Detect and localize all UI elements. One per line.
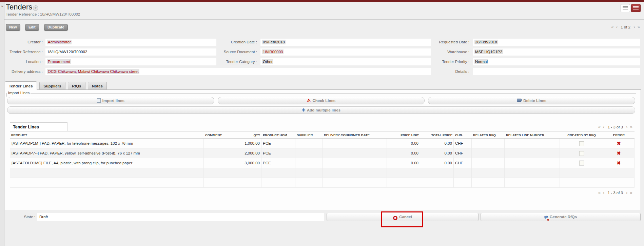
column-header-comment[interactable]: COMMENT — [204, 132, 234, 138]
generate-rfqs-button[interactable]: ⇄Generate RfQs — [481, 213, 641, 221]
subtitle-label: Tender Reference : — [6, 12, 39, 16]
pager-last-button[interactable]: » — [638, 24, 640, 29]
cell-error: ✖ — [603, 139, 635, 148]
cell-delivery-confirmed-date — [323, 139, 387, 148]
cell-product: [ASTAPADP1M-] PAD, PAPER, for telephone … — [10, 139, 204, 148]
warehouse-label: Warehouse : — [433, 48, 469, 56]
tab-rfqs[interactable]: RfQs — [68, 82, 85, 90]
delete-lines-button[interactable]: Delete Lines — [428, 97, 635, 104]
table-row[interactable]: [ASTAPADP1M-] PAD, PAPER, for telephone … — [10, 139, 635, 148]
cell-comment — [204, 158, 234, 168]
column-header-supplier[interactable]: SUPPLIER — [295, 132, 323, 138]
column-header-currency[interactable]: CUR. — [454, 132, 472, 138]
list-view-button[interactable] — [621, 4, 630, 12]
pager-next-button[interactable]: › — [626, 190, 627, 195]
check-lines-button[interactable]: ⚠Check Lines — [218, 97, 425, 104]
column-header-product[interactable]: PRODUCT — [10, 132, 204, 138]
pager-position: 1 - 3 of 3 — [608, 191, 623, 195]
tender-priority-label: Tender Priority : — [433, 58, 469, 65]
minus-icon — [517, 99, 522, 102]
cell-product-uom: PCE — [261, 139, 295, 148]
pager-prev-button[interactable]: ‹ — [616, 24, 618, 29]
cell-related-rfq — [472, 139, 505, 148]
cell-price-unit: 0.00 — [387, 148, 420, 158]
pager-next-button[interactable]: › — [633, 24, 635, 29]
cell-related-rfq — [472, 148, 505, 158]
column-header-error[interactable]: ERROR — [603, 132, 635, 138]
list-view-icon — [623, 6, 628, 10]
created-by-rfq-checkbox[interactable] — [579, 141, 584, 146]
tab-suppliers[interactable]: Suppliers — [39, 82, 65, 90]
column-header-qty[interactable]: QTY — [234, 132, 261, 138]
pager-first-button[interactable]: « — [611, 24, 613, 29]
error-icon: ✖ — [617, 160, 621, 166]
column-header-price-unit[interactable]: PRICE UNIT — [387, 132, 420, 138]
pager-position: 1 of 2 — [621, 25, 630, 29]
pager-first-button[interactable]: « — [598, 124, 601, 129]
table-empty-row — [10, 178, 635, 188]
details-label: Details : — [433, 68, 469, 75]
cell-product: [ASTAFOLD1MC] FILE, A4, plastic, with pr… — [10, 158, 204, 168]
pager-next-button[interactable]: › — [626, 124, 627, 129]
plus-icon: ✚ — [302, 108, 305, 112]
tab-notes[interactable]: Notes — [88, 82, 107, 90]
delivery-address-label: Delivery address : — [5, 68, 43, 75]
cell-supplier — [295, 148, 323, 158]
generate-rfqs-icon: ⇄ — [544, 213, 548, 221]
table-row[interactable]: [ASTAFOLD1MC] FILE, A4, plastic, with pr… — [10, 158, 635, 168]
sidebar-expand-icon[interactable]: » — [0, 4, 4, 8]
cell-comment — [204, 148, 234, 158]
column-header-related-line-number[interactable]: RELATED LINE NUMBER — [505, 132, 560, 138]
pager-prev-button[interactable]: ‹ — [603, 190, 604, 195]
source-document-value[interactable]: 18/IR00003 — [260, 48, 431, 56]
table-pager-top: « ‹ 1 - 3 of 3 › » — [598, 124, 633, 129]
cell-error: ✖ — [603, 148, 635, 158]
delivery-address-value[interactable]: OCG-Chikwawa, Malawi Chikwawa Chikwawa s… — [45, 68, 431, 75]
cell-related-line-number — [505, 158, 560, 168]
cell-related-line-number — [505, 148, 560, 158]
state-label: State : — [5, 213, 35, 221]
created-by-rfq-checkbox[interactable] — [579, 161, 584, 166]
cell-total-price: 0.00 — [420, 158, 454, 168]
cell-related-rfq — [472, 158, 505, 168]
cancel-button[interactable]: ✖Cancel — [327, 213, 479, 221]
created-by-rfq-checkbox[interactable] — [579, 151, 584, 156]
form-view-button[interactable] — [631, 4, 641, 12]
column-header-total-price[interactable]: TOTAL PRICE — [420, 132, 454, 138]
help-icon[interactable]: ? — [33, 5, 38, 11]
creator-label: Creator : — [5, 39, 43, 46]
table-row[interactable]: [ASTAPADP7--] PAD, PAPER, yellow, self-a… — [10, 148, 635, 158]
cell-error: ✖ — [603, 158, 635, 168]
column-header-product-uom[interactable]: PRODUCT UOM — [261, 132, 295, 138]
new-button[interactable]: New — [6, 24, 20, 31]
cell-supplier — [295, 158, 323, 168]
add-multiple-lines-button[interactable]: ✚Add multiple lines — [7, 106, 635, 114]
cell-currency: CHF — [454, 158, 472, 168]
location-value[interactable]: Procurement — [45, 58, 216, 65]
pager-prev-button[interactable]: ‹ — [603, 124, 604, 129]
column-header-delivery-confirmed-date[interactable]: DELIVERY CONFIRMED DATE — [323, 132, 387, 138]
cell-qty: 3,000.00 — [234, 158, 261, 168]
column-header-created-by-rfq[interactable]: CREATED BY RFQ — [560, 132, 603, 138]
column-header-related-rfq[interactable]: RELATED RFQ — [472, 132, 505, 138]
import-lines-button[interactable]: Import lines — [7, 97, 214, 104]
tab-tender-lines[interactable]: Tender Lines — [5, 81, 37, 90]
tender-lines-table: Tender Lines « ‹ 1 - 3 of 3 › » PRODUCT … — [10, 122, 635, 197]
state-value: Draft — [37, 213, 324, 221]
requested-date-label: Requested Date : — [433, 39, 469, 46]
cell-product-uom: PCE — [261, 148, 295, 158]
form-view-icon — [633, 6, 639, 10]
pager-first-button[interactable]: « — [598, 190, 601, 195]
tender-category-label: Tender Category : — [219, 58, 257, 65]
cell-total-price: 0.00 — [420, 148, 454, 158]
pager-last-button[interactable]: » — [630, 124, 632, 129]
creation-date-value: 09/Feb/2018 — [260, 39, 431, 46]
creator-value[interactable]: Administrator — [45, 39, 216, 46]
edit-button[interactable]: Edit — [25, 24, 39, 31]
import-lines-fieldset: Import Lines Import lines ⚠Check Lines D… — [6, 93, 636, 116]
cell-qty: 1,000.00 — [234, 139, 261, 148]
duplicate-button[interactable]: Duplicate — [44, 24, 68, 31]
top-accent-bar — [0, 0, 644, 2]
record-subtitle: Tender Reference : 18/HQ/MW120/T00002 — [6, 12, 80, 16]
pager-last-button[interactable]: » — [630, 190, 632, 195]
